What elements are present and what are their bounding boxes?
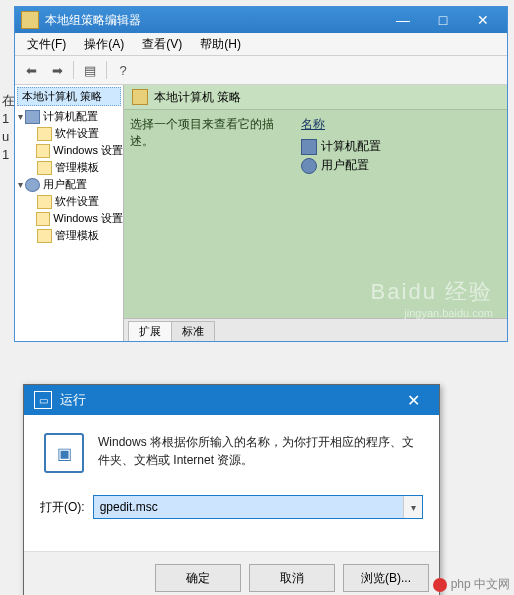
menu-bar: 文件(F) 操作(A) 查看(V) 帮助(H) — [15, 33, 507, 56]
tree-node-software[interactable]: 软件设置 — [15, 125, 123, 142]
tab-extended[interactable]: 扩展 — [128, 321, 172, 341]
column-header-name[interactable]: 名称 — [301, 116, 501, 133]
minimize-button[interactable]: — — [383, 7, 423, 33]
folder-icon — [37, 161, 52, 175]
menu-view[interactable]: 查看(V) — [134, 34, 190, 55]
cancel-button[interactable]: 取消 — [249, 564, 335, 592]
tree-node-admin[interactable]: 管理模板 — [15, 159, 123, 176]
close-button[interactable]: ✕ — [463, 7, 503, 33]
computer-icon — [25, 110, 40, 124]
ok-button[interactable]: 确定 — [155, 564, 241, 592]
tree-node-windows[interactable]: Windows 设置 — [15, 142, 123, 159]
folder-icon — [36, 144, 50, 158]
button-row: 确定 取消 浏览(B)... — [24, 551, 439, 595]
dropdown-icon[interactable]: ▾ — [403, 496, 422, 518]
menu-file[interactable]: 文件(F) — [19, 34, 74, 55]
run-title-bar[interactable]: ▭ 运行 ✕ — [24, 385, 439, 415]
open-input[interactable] — [94, 496, 403, 518]
folder-icon — [36, 212, 50, 226]
browse-button[interactable]: 浏览(B)... — [343, 564, 429, 592]
back-button[interactable]: ⬅ — [19, 58, 43, 82]
forward-button[interactable]: ➡ — [45, 58, 69, 82]
close-button[interactable]: ✕ — [393, 385, 433, 415]
toolbar-separator — [73, 61, 74, 79]
menu-help[interactable]: 帮助(H) — [192, 34, 249, 55]
collapse-icon[interactable]: ▾ — [15, 111, 25, 122]
open-combobox[interactable]: ▾ — [93, 495, 423, 519]
title-bar[interactable]: 本地组策略编辑器 — □ ✕ — [15, 7, 507, 33]
user-icon — [301, 158, 317, 174]
maximize-button[interactable]: □ — [423, 7, 463, 33]
run-dialog: ▭ 运行 ✕ ▣ Windows 将根据你所输入的名称，为你打开相应的程序、文件… — [23, 384, 440, 595]
window-title: 本地组策略编辑器 — [45, 12, 383, 29]
content-pane: 本地计算机 策略 选择一个项目来查看它的描述。 名称 计算机配置 用户配置 — [124, 85, 507, 341]
run-app-icon: ▣ — [44, 433, 84, 473]
folder-icon — [37, 229, 52, 243]
computer-icon — [301, 139, 317, 155]
description-text: 选择一个项目来查看它的描述。 — [130, 116, 297, 312]
logo-dot-icon — [433, 578, 447, 592]
user-icon — [25, 178, 40, 192]
folder-icon — [37, 127, 52, 141]
tree-pane[interactable]: 本地计算机 策略 ▾ 计算机配置 软件设置 Windows 设置 管理模板 — [15, 85, 124, 341]
content-header: 本地计算机 策略 — [124, 85, 507, 110]
toolbar-separator — [106, 61, 107, 79]
toolbar: ⬅ ➡ ▤ ? — [15, 56, 507, 85]
view-tabs: 扩展 标准 — [124, 318, 507, 341]
run-description: Windows 将根据你所输入的名称，为你打开相应的程序、文件夹、文档或 Int… — [98, 433, 423, 469]
list-item-computer[interactable]: 计算机配置 — [301, 137, 501, 156]
open-label: 打开(O): — [40, 499, 85, 516]
gpedit-window: 本地组策略编辑器 — □ ✕ 文件(F) 操作(A) 查看(V) 帮助(H) ⬅… — [14, 6, 508, 342]
help-button[interactable]: ? — [111, 58, 135, 82]
list-item-user[interactable]: 用户配置 — [301, 156, 501, 175]
tree-node-windows[interactable]: Windows 设置 — [15, 210, 123, 227]
tree-node-software[interactable]: 软件设置 — [15, 193, 123, 210]
app-icon — [132, 89, 148, 105]
show-hide-tree-button[interactable]: ▤ — [78, 58, 102, 82]
folder-icon — [37, 195, 52, 209]
run-title-text: 运行 — [60, 391, 393, 409]
app-icon — [21, 11, 39, 29]
tree-node-admin[interactable]: 管理模板 — [15, 227, 123, 244]
php-watermark: php 中文网 — [433, 576, 510, 593]
work-area: 本地计算机 策略 ▾ 计算机配置 软件设置 Windows 设置 管理模板 — [15, 85, 507, 341]
collapse-icon[interactable]: ▾ — [15, 179, 25, 190]
name-column: 名称 计算机配置 用户配置 — [301, 116, 501, 312]
run-icon: ▭ — [34, 391, 52, 409]
tree-node-computer[interactable]: ▾ 计算机配置 — [15, 108, 123, 125]
tab-standard[interactable]: 标准 — [171, 321, 215, 341]
content-title: 本地计算机 策略 — [154, 89, 241, 106]
tree-root[interactable]: 本地计算机 策略 — [17, 87, 121, 106]
tree-node-user[interactable]: ▾ 用户配置 — [15, 176, 123, 193]
menu-action[interactable]: 操作(A) — [76, 34, 132, 55]
